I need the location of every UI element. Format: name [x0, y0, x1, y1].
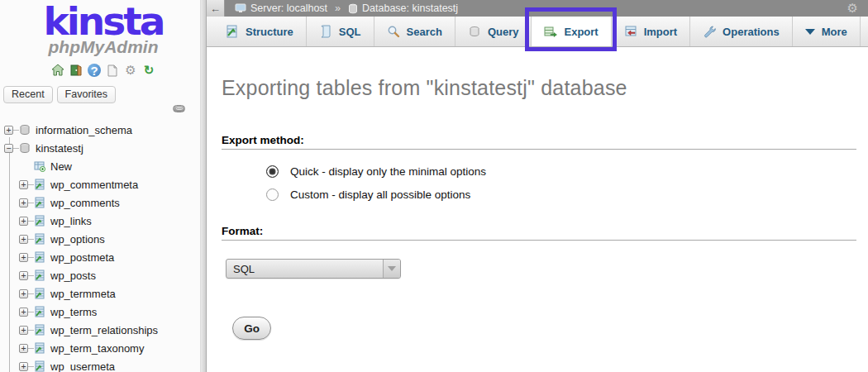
radio-selected-icon[interactable]	[266, 165, 279, 178]
export-method-option-quick[interactable]: Quick - display only the minimal options	[266, 165, 868, 178]
tab-label: Search	[407, 26, 442, 38]
expand-icon[interactable]: +	[19, 289, 28, 298]
tab-label: Import	[644, 26, 677, 38]
database-tree: + information_schema − kinstatestj New +	[0, 121, 200, 372]
tree-item-table[interactable]: + wp_term_taxonomy	[0, 339, 200, 357]
database-icon	[19, 124, 31, 136]
tree-item-table[interactable]: + wp_commentmeta	[0, 175, 200, 193]
radio-unselected-icon[interactable]	[266, 188, 279, 201]
table-icon	[34, 269, 45, 281]
expand-icon[interactable]: +	[4, 126, 13, 135]
sidebar-toolbar: ? ⚙ ↻	[0, 63, 207, 78]
back-button[interactable]: ←	[207, 0, 225, 17]
tab-more[interactable]: More	[793, 17, 861, 46]
breadcrumb-database[interactable]: Database: kinstatestj	[362, 2, 458, 14]
tree-item-label: wp_options	[50, 233, 105, 246]
section-divider	[222, 240, 856, 241]
tab-spacer	[207, 17, 213, 46]
expand-icon[interactable]: +	[19, 271, 28, 280]
settings-icon[interactable]: ⚙	[124, 64, 137, 77]
tab-import[interactable]: Import	[612, 17, 690, 46]
tree-item-label: wp_posts	[50, 269, 96, 282]
tree-item-label: wp_term_relationships	[50, 324, 158, 336]
sidebar-resize-handle[interactable]	[200, 0, 207, 372]
sql-icon	[319, 25, 332, 38]
breadcrumb-server[interactable]: Server: localhost	[250, 2, 327, 14]
tree-item-database[interactable]: − kinstatestj	[0, 139, 200, 157]
expand-icon[interactable]: +	[19, 235, 28, 244]
format-select[interactable]: SQL	[226, 259, 401, 279]
gear-icon[interactable]: ⚙	[847, 1, 858, 16]
recent-button[interactable]: Recent	[3, 86, 53, 103]
tree-item-label: wp_links	[50, 215, 92, 227]
format-select-value: SQL	[227, 263, 383, 275]
tree-item-label: wp_usermeta	[50, 360, 115, 372]
tree-item-table[interactable]: + wp_posts	[0, 266, 200, 284]
expand-icon[interactable]: +	[19, 326, 28, 335]
refresh-icon[interactable]: ↻	[142, 64, 155, 77]
table-icon	[34, 179, 45, 190]
tree-item-label: wp_termmeta	[50, 288, 116, 300]
expand-icon[interactable]: +	[19, 344, 28, 353]
tree-item-label: wp_postmeta	[50, 251, 114, 264]
tree-item-new-table[interactable]: New	[0, 157, 200, 175]
tab-sql[interactable]: SQL	[307, 17, 374, 46]
tab-structure[interactable]: Structure	[213, 17, 307, 46]
expand-icon[interactable]: +	[19, 308, 28, 317]
tree-item-label: information_schema	[36, 124, 132, 136]
tree-item-label: New	[50, 160, 72, 173]
select-dropdown-arrow-icon[interactable]	[383, 260, 400, 278]
phpmyadmin-window: kinsta phpMyAdmin ? ⚙ ↻ Recent Favorites	[0, 0, 868, 372]
expand-icon[interactable]: +	[19, 198, 28, 207]
go-button[interactable]: Go	[232, 317, 271, 340]
home-icon[interactable]	[51, 64, 64, 77]
favorites-button[interactable]: Favorites	[57, 86, 116, 103]
chevron-down-icon	[805, 29, 815, 35]
logout-icon[interactable]	[69, 64, 83, 77]
tab-query[interactable]: Query	[455, 17, 532, 46]
tab-search[interactable]: Search	[374, 17, 455, 46]
docs-icon[interactable]	[106, 64, 119, 77]
table-icon	[34, 251, 45, 263]
tree-item-table[interactable]: + wp_terms	[0, 303, 200, 321]
help-icon[interactable]: ?	[88, 64, 101, 77]
page-title: Exporting tables from "kinstatestj" data…	[222, 76, 868, 100]
tree-item-table[interactable]: + wp_termmeta	[0, 284, 200, 303]
tree-item-table[interactable]: + wp_links	[0, 212, 200, 230]
link-icon[interactable]	[173, 105, 185, 112]
collapse-icon[interactable]: −	[4, 144, 13, 153]
tab-label: Operations	[723, 26, 780, 38]
structure-icon	[226, 25, 239, 38]
section-divider	[222, 149, 856, 150]
tree-item-table[interactable]: + wp_usermeta	[0, 357, 200, 372]
tab-operations[interactable]: Operations	[690, 17, 793, 46]
database-tab-bar: Structure SQL Search Query Export	[207, 17, 868, 47]
tab-label: Export	[564, 26, 598, 38]
expand-icon[interactable]: +	[19, 362, 28, 371]
expand-icon[interactable]: +	[19, 253, 28, 262]
tree-item-table[interactable]: + wp_options	[0, 230, 200, 248]
radio-label[interactable]: Quick - display only the minimal options	[290, 165, 486, 178]
recent-favorites-row: Recent Favorites	[3, 86, 207, 103]
export-method-heading: Export method:	[222, 134, 868, 146]
format-section: Format: SQL	[222, 225, 868, 279]
export-page-content: Exporting tables from "kinstatestj" data…	[207, 47, 868, 372]
expand-icon[interactable]: +	[19, 180, 28, 189]
table-icon	[34, 306, 45, 317]
operations-icon	[703, 25, 716, 38]
export-method-option-custom[interactable]: Custom - display all possible options	[266, 188, 868, 201]
table-icon	[34, 197, 45, 208]
breadcrumb: Server: localhost » Database: kinstatest…	[235, 2, 458, 14]
tab-export[interactable]: Export	[532, 17, 611, 46]
expand-icon[interactable]: +	[19, 217, 28, 226]
tree-item-label: wp_terms	[50, 306, 97, 318]
tree-item-table[interactable]: + wp_term_relationships	[0, 321, 200, 339]
breadcrumb-bar: ← Server: localhost » Database: kinstate…	[207, 0, 868, 17]
query-icon	[468, 25, 481, 38]
search-icon	[387, 25, 400, 38]
tree-item-table[interactable]: + wp_comments	[0, 193, 200, 212]
radio-label[interactable]: Custom - display all possible options	[290, 188, 470, 201]
kinsta-logo: kinsta	[0, 0, 207, 41]
tree-item-database[interactable]: + information_schema	[0, 121, 200, 139]
tree-item-table[interactable]: + wp_postmeta	[0, 248, 200, 266]
